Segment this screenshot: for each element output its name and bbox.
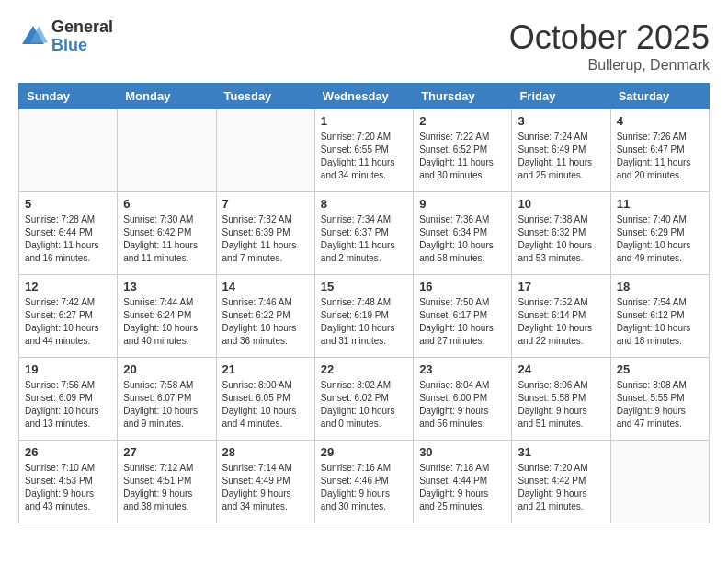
day-number: 4	[617, 114, 703, 128]
calendar-cell: 3Sunrise: 7:24 AMSunset: 6:49 PMDaylight…	[512, 109, 610, 192]
month-title: October 2025	[509, 18, 710, 57]
day-number: 7	[222, 197, 309, 211]
day-number: 27	[123, 445, 210, 459]
day-number: 12	[25, 280, 111, 293]
day-info: Sunrise: 7:22 AMSunset: 6:52 PMDaylight:…	[419, 131, 506, 182]
week-row-3: 12Sunrise: 7:42 AMSunset: 6:27 PMDayligh…	[19, 275, 710, 358]
day-info: Sunrise: 8:08 AMSunset: 5:55 PMDaylight:…	[617, 379, 703, 431]
day-info: Sunrise: 7:28 AMSunset: 6:44 PMDaylight:…	[25, 213, 111, 265]
calendar-cell: 30Sunrise: 7:18 AMSunset: 4:44 PMDayligh…	[414, 441, 512, 523]
day-number: 22	[321, 362, 407, 376]
calendar-cell: 4Sunrise: 7:26 AMSunset: 6:47 PMDaylight…	[610, 109, 709, 192]
calendar-cell: 26Sunrise: 7:10 AMSunset: 4:53 PMDayligh…	[19, 441, 118, 523]
calendar-cell: 9Sunrise: 7:36 AMSunset: 6:34 PMDaylight…	[414, 192, 512, 275]
calendar-cell: 31Sunrise: 7:20 AMSunset: 4:42 PMDayligh…	[512, 441, 610, 523]
day-info: Sunrise: 7:46 AMSunset: 6:22 PMDaylight:…	[222, 296, 309, 348]
day-info: Sunrise: 7:20 AMSunset: 6:55 PMDaylight:…	[321, 131, 407, 182]
day-number: 1	[321, 114, 407, 128]
calendar-cell: 17Sunrise: 7:52 AMSunset: 6:14 PMDayligh…	[512, 275, 610, 358]
day-info: Sunrise: 7:44 AMSunset: 6:24 PMDaylight:…	[123, 296, 210, 348]
day-number: 28	[222, 445, 309, 459]
day-number: 6	[123, 197, 210, 211]
week-row-4: 19Sunrise: 7:56 AMSunset: 6:09 PMDayligh…	[19, 358, 710, 441]
day-info: Sunrise: 7:42 AMSunset: 6:27 PMDaylight:…	[25, 296, 111, 348]
weekday-header-wednesday: Wednesday	[314, 84, 413, 109]
day-info: Sunrise: 7:36 AMSunset: 6:34 PMDaylight:…	[419, 213, 506, 265]
weekday-header-monday: Monday	[118, 84, 216, 109]
day-number: 19	[25, 362, 111, 376]
calendar-cell: 5Sunrise: 7:28 AMSunset: 6:44 PMDaylight…	[19, 192, 118, 275]
calendar-cell: 20Sunrise: 7:58 AMSunset: 6:07 PMDayligh…	[118, 358, 216, 441]
day-info: Sunrise: 7:58 AMSunset: 6:07 PMDaylight:…	[123, 379, 210, 431]
day-info: Sunrise: 7:10 AMSunset: 4:53 PMDaylight:…	[25, 462, 111, 513]
logo-text: General Blue	[51, 18, 113, 55]
day-info: Sunrise: 7:18 AMSunset: 4:44 PMDaylight:…	[419, 462, 506, 513]
calendar-cell: 1Sunrise: 7:20 AMSunset: 6:55 PMDaylight…	[314, 109, 413, 192]
day-number: 13	[123, 280, 210, 293]
day-info: Sunrise: 8:04 AMSunset: 6:00 PMDaylight:…	[419, 379, 506, 431]
day-number: 10	[518, 197, 604, 211]
day-info: Sunrise: 7:32 AMSunset: 6:39 PMDaylight:…	[222, 213, 309, 265]
calendar-cell: 28Sunrise: 7:14 AMSunset: 4:49 PMDayligh…	[216, 441, 314, 523]
day-number: 8	[321, 197, 407, 211]
day-number: 5	[25, 197, 111, 211]
calendar-cell: 13Sunrise: 7:44 AMSunset: 6:24 PMDayligh…	[118, 275, 216, 358]
calendar-cell: 8Sunrise: 7:34 AMSunset: 6:37 PMDaylight…	[314, 192, 413, 275]
calendar-cell: 15Sunrise: 7:48 AMSunset: 6:19 PMDayligh…	[314, 275, 413, 358]
day-number: 3	[518, 114, 604, 128]
calendar-cell: 16Sunrise: 7:50 AMSunset: 6:17 PMDayligh…	[414, 275, 512, 358]
day-info: Sunrise: 7:30 AMSunset: 6:42 PMDaylight:…	[123, 213, 210, 265]
calendar-cell	[19, 109, 118, 192]
week-row-5: 26Sunrise: 7:10 AMSunset: 4:53 PMDayligh…	[19, 441, 710, 523]
day-info: Sunrise: 7:14 AMSunset: 4:49 PMDaylight:…	[222, 462, 309, 513]
page-header: General Blue October 2025 Bullerup, Denm…	[18, 18, 710, 74]
calendar-cell: 23Sunrise: 8:04 AMSunset: 6:00 PMDayligh…	[414, 358, 512, 441]
calendar-cell: 18Sunrise: 7:54 AMSunset: 6:12 PMDayligh…	[610, 275, 709, 358]
logo-general-text: General	[51, 18, 113, 37]
day-number: 14	[222, 280, 309, 293]
day-info: Sunrise: 7:24 AMSunset: 6:49 PMDaylight:…	[518, 131, 604, 182]
day-info: Sunrise: 7:26 AMSunset: 6:47 PMDaylight:…	[617, 131, 703, 182]
day-info: Sunrise: 7:12 AMSunset: 4:51 PMDaylight:…	[123, 462, 210, 513]
calendar-cell: 29Sunrise: 7:16 AMSunset: 4:46 PMDayligh…	[314, 441, 413, 523]
day-number: 29	[321, 445, 407, 459]
calendar-cell	[118, 109, 216, 192]
week-row-1: 1Sunrise: 7:20 AMSunset: 6:55 PMDaylight…	[19, 109, 710, 192]
day-info: Sunrise: 8:02 AMSunset: 6:02 PMDaylight:…	[321, 379, 407, 431]
weekday-header-sunday: Sunday	[19, 84, 118, 109]
day-info: Sunrise: 7:34 AMSunset: 6:37 PMDaylight:…	[321, 213, 407, 265]
day-number: 20	[123, 362, 210, 376]
logo: General Blue	[18, 18, 113, 55]
calendar-cell: 12Sunrise: 7:42 AMSunset: 6:27 PMDayligh…	[19, 275, 118, 358]
calendar-cell: 25Sunrise: 8:08 AMSunset: 5:55 PMDayligh…	[610, 358, 709, 441]
day-number: 25	[617, 362, 703, 376]
day-number: 26	[25, 445, 111, 459]
calendar-cell: 27Sunrise: 7:12 AMSunset: 4:51 PMDayligh…	[118, 441, 216, 523]
day-number: 16	[419, 280, 506, 293]
calendar-cell	[216, 109, 314, 192]
logo-blue-text: Blue	[51, 37, 113, 55]
weekday-header-friday: Friday	[512, 84, 610, 109]
calendar-cell: 22Sunrise: 8:02 AMSunset: 6:02 PMDayligh…	[314, 358, 413, 441]
weekday-header-row: SundayMondayTuesdayWednesdayThursdayFrid…	[19, 84, 710, 109]
calendar-cell: 24Sunrise: 8:06 AMSunset: 5:58 PMDayligh…	[512, 358, 610, 441]
day-number: 2	[419, 114, 506, 128]
week-row-2: 5Sunrise: 7:28 AMSunset: 6:44 PMDaylight…	[19, 192, 710, 275]
day-info: Sunrise: 7:48 AMSunset: 6:19 PMDaylight:…	[321, 296, 407, 348]
day-number: 15	[321, 280, 407, 293]
day-number: 24	[518, 362, 604, 376]
calendar-cell: 11Sunrise: 7:40 AMSunset: 6:29 PMDayligh…	[610, 192, 709, 275]
title-block: October 2025 Bullerup, Denmark	[509, 18, 710, 74]
day-info: Sunrise: 7:52 AMSunset: 6:14 PMDaylight:…	[518, 296, 604, 348]
day-number: 18	[617, 280, 703, 293]
weekday-header-tuesday: Tuesday	[216, 84, 314, 109]
calendar-cell: 19Sunrise: 7:56 AMSunset: 6:09 PMDayligh…	[19, 358, 118, 441]
day-number: 21	[222, 362, 309, 376]
day-info: Sunrise: 7:38 AMSunset: 6:32 PMDaylight:…	[518, 213, 604, 265]
day-number: 31	[518, 445, 604, 459]
day-number: 23	[419, 362, 506, 376]
logo-icon	[18, 22, 48, 52]
calendar-cell: 6Sunrise: 7:30 AMSunset: 6:42 PMDaylight…	[118, 192, 216, 275]
day-number: 9	[419, 197, 506, 211]
day-number: 17	[518, 280, 604, 293]
